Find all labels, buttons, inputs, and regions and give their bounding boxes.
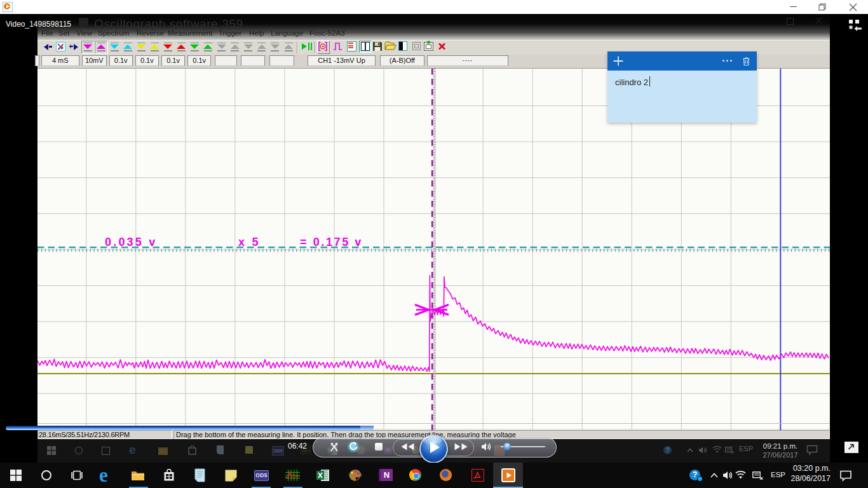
svg-text:= 0.175 v: = 0.175 v (300, 235, 363, 248)
svg-text:x 5: x 5 (238, 235, 261, 248)
svg-text:0.035 v: 0.035 v (105, 235, 157, 248)
